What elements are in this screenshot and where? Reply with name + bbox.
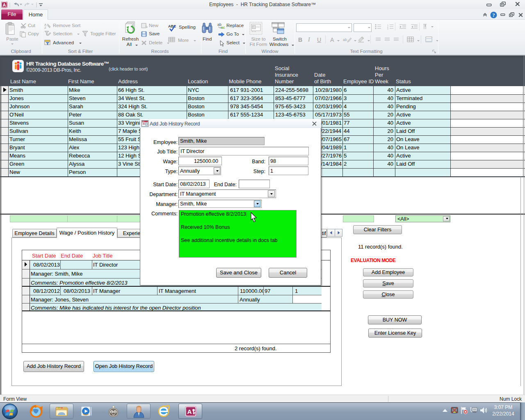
svg-text:ab: ab xyxy=(343,38,347,42)
svg-text:Z: Z xyxy=(44,26,46,29)
svg-text:A: A xyxy=(187,408,192,415)
svg-text:?: ? xyxy=(493,12,495,18)
svg-text:3: 3 xyxy=(387,27,388,30)
svg-text:ac: ac xyxy=(221,25,225,29)
svg-text:A: A xyxy=(3,2,6,7)
